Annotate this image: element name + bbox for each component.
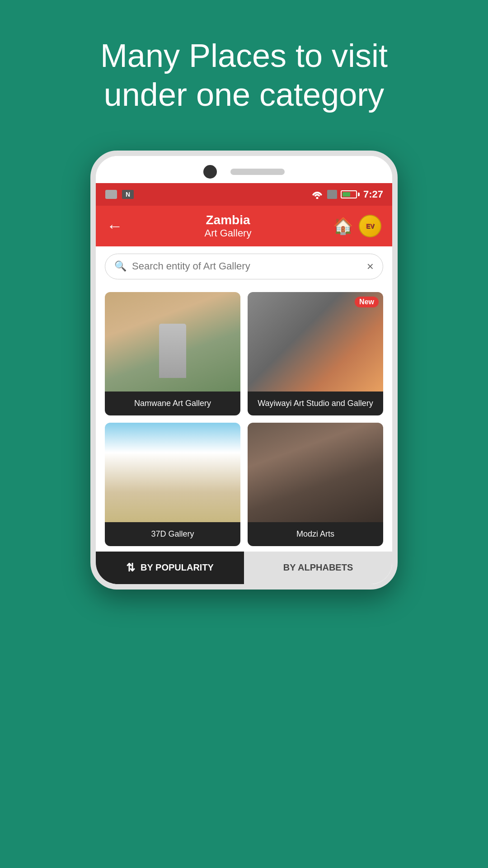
alphabets-label: BY ALPHABETS (283, 562, 353, 573)
status-time: 7:27 (363, 189, 383, 200)
list-item[interactable]: Modzi Arts (248, 423, 383, 546)
gallery-grid: Namwane Art Gallery New Wayiwayi Art Stu… (96, 287, 392, 552)
gallery-label: Wayiwayi Art Studio and Gallery (248, 392, 383, 415)
phone-top (96, 156, 392, 183)
gallery-image-37d (105, 423, 240, 522)
wifi-icon (311, 190, 324, 199)
sort-by-alphabets-button[interactable]: BY ALPHABETS (244, 552, 392, 584)
search-input[interactable] (132, 260, 361, 272)
clear-icon[interactable]: × (367, 259, 374, 274)
gallery-image-namwane (105, 292, 240, 392)
app-bar-category: Art Gallery (123, 227, 333, 239)
search-container: 🔍 × (96, 246, 392, 287)
sort-icon: ⇅ (126, 561, 135, 574)
phone-container: N 7:27 ← Z (90, 151, 398, 590)
sort-by-popularity-button[interactable]: ⇅ BY POPULARITY (96, 552, 244, 584)
list-item[interactable]: New Wayiwayi Art Studio and Gallery (248, 292, 383, 415)
image-notification-icon (105, 188, 117, 201)
search-icon: 🔍 (114, 260, 127, 272)
gallery-label: 37D Gallery (105, 522, 240, 546)
app-bar-country: Zambia (123, 213, 333, 227)
back-button[interactable]: ← (107, 217, 123, 236)
popularity-label: BY POPULARITY (141, 562, 214, 573)
list-item[interactable]: Namwane Art Gallery (105, 292, 240, 415)
app-bar: ← Zambia Art Gallery 🏠 EV (96, 206, 392, 246)
gallery-label: Namwane Art Gallery (105, 392, 240, 415)
home-button[interactable]: 🏠 (333, 217, 353, 236)
app-bar-title: Zambia Art Gallery (123, 213, 333, 239)
gallery-label: Modzi Arts (248, 522, 383, 546)
signal-icon (327, 190, 337, 199)
svg-point-0 (316, 197, 318, 199)
new-badge: New (355, 297, 379, 307)
phone-speaker (230, 169, 285, 175)
list-item[interactable]: 37D Gallery (105, 423, 240, 546)
bottom-bar: ⇅ BY POPULARITY BY ALPHABETS (96, 552, 392, 584)
page-title: Many Places to visit under one category (63, 36, 425, 114)
search-box[interactable]: 🔍 × (105, 254, 383, 279)
status-bar: N 7:27 (96, 183, 392, 206)
battery-icon (341, 190, 360, 198)
gallery-image-modzi (248, 423, 383, 522)
n-notification-icon: N (122, 190, 134, 199)
ev-badge[interactable]: EV (359, 215, 381, 237)
phone-camera (203, 165, 217, 179)
